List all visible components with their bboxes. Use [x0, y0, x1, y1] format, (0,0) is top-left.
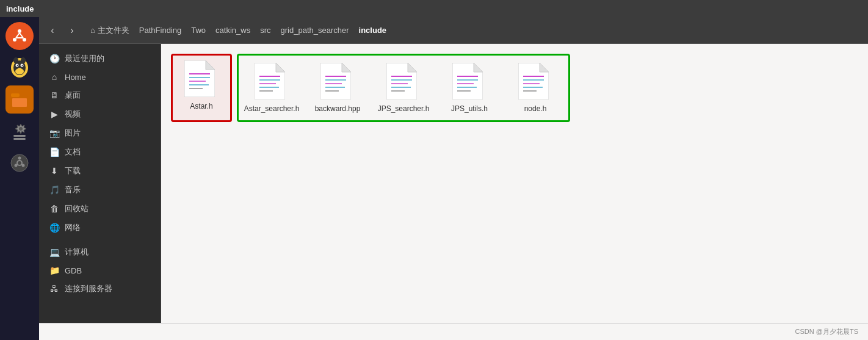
file-icon-jps-searcher-h — [386, 63, 421, 102]
forward-button[interactable]: › — [63, 22, 81, 39]
file-item-node-h[interactable]: node.h — [505, 58, 566, 118]
video-icon: ▶ — [49, 109, 60, 119]
breadcrumb-two[interactable]: Two — [186, 23, 211, 37]
sidebar-item-connect-server[interactable]: 🖧 连接到服务器 — [42, 280, 158, 298]
svg-marker-46 — [342, 63, 351, 72]
tools-icon[interactable] — [5, 149, 34, 177]
sidebar-item-gdb[interactable]: 📁 GDB — [42, 262, 158, 279]
svg-rect-21 — [13, 135, 26, 137]
sidebar-item-network[interactable]: 🌐 网络 — [42, 219, 158, 237]
sidebar-item-downloads[interactable]: ⬇ 下载 — [42, 162, 158, 180]
file-icon-node-h — [518, 63, 552, 102]
file-label-astar-h: Astar.h — [190, 102, 212, 110]
breadcrumb-src[interactable]: src — [255, 23, 275, 37]
sidebar: 🕐 最近使用的 ⌂ Home 🖥 桌面 ▶ 视频 📷 图片 — [39, 44, 161, 323]
svg-marker-53 — [408, 63, 417, 72]
tux-icon[interactable] — [5, 54, 34, 82]
network-icon: 🌐 — [49, 223, 60, 233]
content-area: 🕐 最近使用的 ⌂ Home 🖥 桌面 ▶ 视频 📷 图片 — [39, 44, 868, 323]
camera-icon: 📷 — [49, 128, 60, 138]
svg-point-12 — [17, 65, 18, 66]
folder-icon: 📁 — [49, 266, 60, 275]
svg-point-16 — [21, 57, 26, 63]
trash-icon: 🗑 — [49, 204, 60, 214]
file-icon-astar-h — [184, 60, 219, 99]
ubuntu-icon[interactable] — [5, 22, 34, 50]
breadcrumb-catkin[interactable]: catkin_ws — [211, 23, 255, 37]
window-title: include — [6, 4, 34, 13]
breadcrumb-pathfinding[interactable]: PathFinding — [134, 23, 186, 37]
file-label-node-h: node.h — [524, 104, 547, 113]
file-icon-astar-searcher-h — [255, 63, 289, 102]
file-grid: Astar.h — [161, 44, 868, 323]
breadcrumb-include[interactable]: include — [354, 23, 392, 37]
footer: CSDN @月夕花晨TS — [39, 323, 868, 340]
files-icon[interactable] — [5, 85, 34, 114]
file-icon-backward-hpp — [320, 63, 355, 102]
sidebar-item-desktop[interactable]: 🖥 桌面 — [42, 86, 158, 104]
svg-rect-22 — [13, 138, 26, 140]
green-selection-group: Astar_searcher.h — [237, 54, 570, 122]
title-bar: include — [0, 0, 868, 17]
file-label-backward-hpp: backward.hpp — [315, 104, 361, 113]
breadcrumb-home[interactable]: ⌂ 主文件夹 — [85, 23, 134, 38]
file-item-astar-searcher-h[interactable]: Astar_searcher.h — [241, 58, 302, 118]
svg-point-20 — [19, 127, 23, 131]
home-icon: ⌂ — [49, 72, 60, 82]
back-button[interactable]: ‹ — [44, 22, 61, 39]
svg-marker-32 — [206, 60, 215, 70]
footer-text: CSDN @月夕花晨TS — [795, 327, 858, 336]
svg-marker-60 — [474, 63, 483, 72]
breadcrumb: ⌂ 主文件夹 PathFinding Two catkin_ws src gri… — [85, 23, 391, 38]
settings-icon[interactable] — [5, 117, 34, 145]
desktop-icon: 🖥 — [49, 90, 60, 100]
sidebar-item-home[interactable]: ⌂ Home — [42, 68, 158, 85]
toolbar: ‹ › ⌂ 主文件夹 PathFinding Two catkin_ws src… — [39, 17, 868, 44]
sidebar-item-music[interactable]: 🎵 音乐 — [42, 181, 158, 199]
server-icon: 🖧 — [49, 284, 60, 294]
svg-point-15 — [13, 57, 18, 63]
file-item-jps-utils-h[interactable]: JPS_utils.h — [439, 58, 500, 118]
computer-icon: 💻 — [49, 247, 60, 257]
svg-line-30 — [16, 164, 17, 165]
sidebar-item-recent[interactable]: 🕐 最近使用的 — [42, 49, 158, 68]
svg-rect-19 — [12, 98, 27, 107]
svg-line-29 — [22, 164, 23, 165]
file-label-astar-searcher-h: Astar_searcher.h — [244, 104, 300, 113]
svg-point-24 — [18, 157, 21, 160]
file-item-backward-hpp[interactable]: backward.hpp — [307, 58, 368, 118]
file-icon-jps-utils-h — [452, 63, 486, 102]
music-icon: 🎵 — [49, 185, 60, 195]
file-manager: ‹ › ⌂ 主文件夹 PathFinding Two catkin_ws src… — [39, 17, 868, 340]
sidebar-item-documents[interactable]: 📄 文档 — [42, 143, 158, 161]
sidebar-item-trash[interactable]: 🗑 回收站 — [42, 200, 158, 218]
file-label-jps-searcher-h: JPS_searcher.h — [378, 104, 430, 113]
clock-icon: 🕐 — [49, 54, 60, 63]
sidebar-item-computer[interactable]: 💻 计算机 — [42, 243, 158, 261]
breadcrumb-grid[interactable]: grid_path_searcher — [276, 23, 354, 37]
svg-point-1 — [18, 29, 21, 33]
sidebar-item-pictures[interactable]: 📷 图片 — [42, 124, 158, 142]
file-item-jps-searcher-h[interactable]: JPS_searcher.h — [373, 58, 434, 118]
svg-point-13 — [22, 65, 23, 66]
file-item-astar-h[interactable]: Astar.h — [171, 54, 232, 122]
document-icon: 📄 — [49, 147, 60, 157]
dock — [0, 17, 39, 340]
file-label-jps-utils-h: JPS_utils.h — [451, 104, 488, 113]
svg-marker-67 — [540, 63, 549, 72]
svg-rect-18 — [11, 93, 20, 97]
svg-marker-39 — [276, 63, 285, 72]
sidebar-item-videos[interactable]: ▶ 视频 — [42, 105, 158, 123]
download-icon: ⬇ — [49, 166, 60, 176]
svg-point-14 — [18, 68, 21, 70]
